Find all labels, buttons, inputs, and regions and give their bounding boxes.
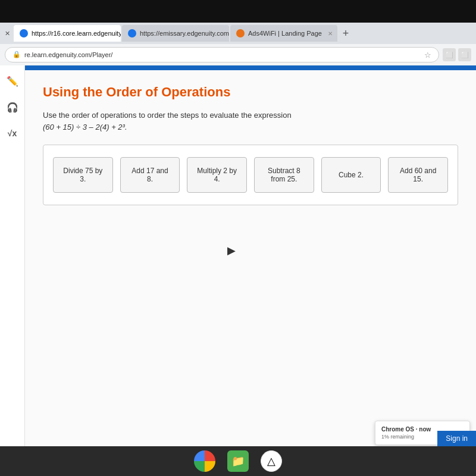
step-card-2[interactable]: Add 17 and 8.	[120, 157, 180, 193]
instructions-text: Use the order of operations to order the…	[43, 111, 292, 120]
address-text: re.learn.edgenuity.com/Player/	[24, 51, 112, 58]
step-label-4: Subtract 8 from 25.	[263, 167, 305, 183]
steps-container: Divide 75 by 3. Add 17 and 8. Multiply 2…	[43, 145, 458, 205]
close-window-button[interactable]: ✕	[5, 30, 10, 37]
sidebar-sqrt-icon[interactable]: √x	[4, 125, 21, 142]
expression: (60 + 15) ÷ 3 – 2(4) + 2³.	[43, 123, 127, 131]
taskbar-files-icon[interactable]: 📁	[227, 450, 249, 472]
new-tab-button[interactable]: +	[339, 26, 353, 40]
browser-chrome: ✕ https://r16.core.learn.edgenuity... ✕ …	[0, 23, 476, 65]
tab-ads4wifi[interactable]: Ads4WiFi | Landing Page ✕	[230, 25, 337, 42]
taskbar-drive-icon[interactable]: △	[261, 450, 282, 472]
taskbar-chrome-icon[interactable]	[194, 450, 215, 472]
tab-close-3[interactable]: ✕	[328, 30, 333, 37]
tab-bar: ✕ https://r16.core.learn.edgenuity... ✕ …	[0, 23, 476, 44]
tab-edgenuity[interactable]: https://r16.core.learn.edgenuity... ✕	[14, 25, 121, 42]
step-label-1: Divide 75 by 3.	[62, 167, 104, 183]
step-label-3: Multiply 2 by 4.	[196, 167, 238, 183]
step-card-4[interactable]: Subtract 8 from 25.	[254, 157, 314, 193]
cursor: ▶	[227, 244, 236, 257]
browser-extensions: ⬜ ⬜	[443, 48, 471, 61]
main-content: ✏️ 🎧 √x Using the Order of Operations Us…	[0, 65, 476, 476]
steps-row: Divide 75 by 3. Add 17 and 8. Multiply 2…	[53, 157, 448, 193]
system-bar: ✕ https://r16.core.learn.edgenuity... ✕ …	[0, 0, 476, 65]
step-card-1[interactable]: Divide 75 by 3.	[53, 157, 113, 193]
step-label-2: Add 17 and 8.	[129, 167, 171, 183]
taskbar: 📁 △	[0, 446, 476, 476]
instructions: Use the order of operations to order the…	[43, 109, 458, 133]
ext-icon-1[interactable]: ⬜	[443, 48, 456, 61]
lock-icon: 🔒	[12, 51, 21, 59]
step-card-3[interactable]: Multiply 2 by 4.	[187, 157, 247, 193]
content-area: Using the Order of Operations Use the or…	[25, 65, 476, 476]
step-card-6[interactable]: Add 60 and 15.	[388, 157, 448, 193]
page-title: Using the Order of Operations	[43, 84, 458, 100]
sidebar-headphones-icon[interactable]: 🎧	[4, 99, 21, 115]
address-bar[interactable]: 🔒 re.learn.edgenuity.com/Player/ ☆	[5, 47, 439, 62]
signin-button[interactable]: Sign in	[437, 431, 476, 446]
sidebar-pencil-icon[interactable]: ✏️	[4, 73, 21, 89]
address-bar-row: 🔒 re.learn.edgenuity.com/Player/ ☆ ⬜ ⬜	[0, 44, 476, 65]
tab-emissary[interactable]: https://emissary.edgenuity.com... ✕	[122, 25, 229, 42]
tab-label-2: https://emissary.edgenuity.com...	[140, 30, 229, 37]
sidebar: ✏️ 🎧 √x	[0, 65, 25, 476]
tab-label-1: https://r16.core.learn.edgenuity...	[32, 30, 121, 37]
tab-favicon-2	[128, 29, 136, 37]
ext-icon-2[interactable]: ⬜	[458, 48, 471, 61]
tab-favicon-1	[20, 29, 28, 37]
accent-bar	[25, 65, 476, 70]
step-card-5[interactable]: Cube 2.	[321, 157, 381, 193]
tab-favicon-3	[236, 29, 245, 37]
tab-label-3: Ads4WiFi | Landing Page	[248, 30, 322, 37]
bookmark-icon[interactable]: ☆	[424, 51, 431, 60]
step-label-5: Cube 2.	[339, 171, 364, 179]
step-label-6: Add 60 and 15.	[397, 167, 439, 183]
